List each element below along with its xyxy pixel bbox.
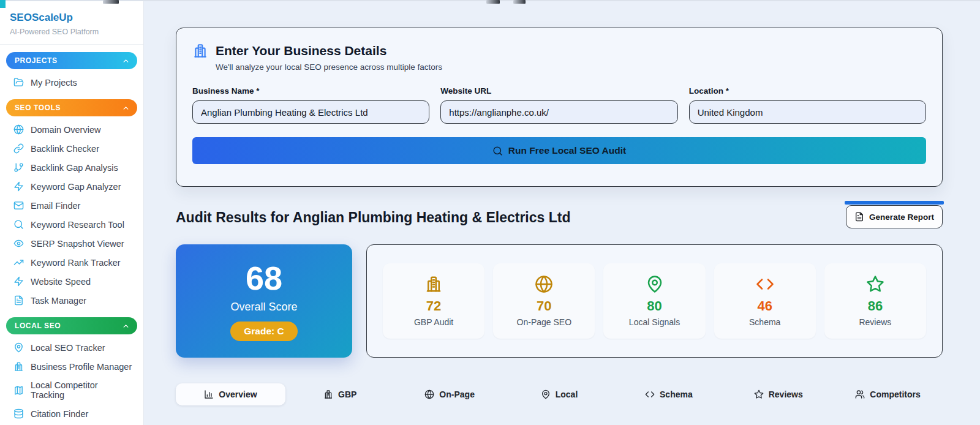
sidebar-item-label: Task Manager — [31, 296, 86, 306]
sidebar-item-local-seo-tracker[interactable]: Local SEO Tracker — [0, 338, 143, 357]
form-fields-row: Business Name * Website URL Location * — [192, 86, 926, 124]
sidebar-item-label: Keyword Gap Analyzer — [31, 182, 121, 192]
sidebar-item-domain-overview[interactable]: Domain Overview — [0, 120, 143, 139]
metric-label: GBP Audit — [414, 317, 453, 327]
section-label: SEO TOOLS — [15, 103, 61, 112]
tab-schema[interactable]: Schema — [614, 383, 723, 405]
top-edge-artifact — [103, 0, 119, 4]
chevron-up-icon — [122, 57, 130, 65]
results-header-row: Audit Results for Anglian Plumbing Heati… — [176, 205, 943, 228]
metric-label: Schema — [749, 317, 780, 327]
eye-icon — [13, 238, 24, 249]
sidebar-item-label: Keyword Research Tool — [31, 220, 124, 230]
map-pin-icon — [541, 389, 551, 399]
tab-gbp[interactable]: GBP — [285, 383, 395, 405]
sidebar-item-keyword-rank-tracker[interactable]: Keyword Rank Tracker — [0, 253, 143, 272]
sidebar-item-label: Backlink Checker — [31, 144, 99, 154]
brand-block: SEOScaleUp AI-Powered SEO Platform — [0, 0, 143, 45]
business-name-input[interactable] — [192, 100, 429, 124]
bar-chart-icon — [204, 389, 214, 399]
metric-label: Local Signals — [629, 317, 680, 327]
main-content: Enter Your Business Details We'll analyz… — [176, 0, 943, 405]
metric-gbp-audit: 72 GBP Audit — [383, 263, 484, 339]
corner-artifact — [0, 0, 6, 8]
building-icon — [323, 389, 333, 399]
website-url-input[interactable] — [440, 100, 677, 124]
search-icon — [492, 146, 503, 156]
tab-on-page[interactable]: On-Page — [395, 383, 505, 405]
building-icon — [424, 275, 443, 293]
location-label: Location * — [689, 86, 926, 96]
map-pin-icon — [646, 275, 664, 293]
location-input[interactable] — [689, 100, 926, 124]
sidebar-section-local-seo[interactable]: LOCAL SEO — [6, 317, 137, 334]
report-accent-bar — [845, 201, 944, 205]
building-icon — [13, 361, 24, 372]
globe-icon — [535, 275, 553, 293]
sidebar-item-label: SERP Snapshot Viewer — [31, 239, 124, 249]
sidebar: SEOScaleUp AI-Powered SEO Platform PROJE… — [0, 0, 144, 425]
sidebar-item-website-speed[interactable]: Website Speed — [0, 272, 143, 291]
generate-report-button[interactable]: Generate Report — [846, 205, 943, 228]
database-icon — [13, 408, 24, 419]
generate-report-wrap: Generate Report — [846, 205, 943, 228]
main-area: Enter Your Business Details We'll analyz… — [144, 0, 980, 425]
map-pin-icon — [13, 342, 24, 353]
overall-score-card: 68 Overall Score Grade: C — [176, 244, 352, 358]
sidebar-item-citation-finder[interactable]: Citation Finder — [0, 404, 143, 423]
code-icon — [756, 275, 774, 293]
results-tab-bar: Overview GBP On-Page Local Schema Review… — [176, 383, 943, 405]
tab-reviews[interactable]: Reviews — [723, 383, 833, 405]
sidebar-section-seo-tools[interactable]: SEO TOOLS — [6, 99, 137, 116]
sidebar-item-keyword-gap-analyzer[interactable]: Keyword Gap Analyzer — [0, 177, 143, 196]
app-subtitle: AI-Powered SEO Platform — [10, 28, 134, 36]
results-title: Audit Results for Anglian Plumbing Heati… — [176, 209, 570, 228]
grade-badge: Grade: C — [230, 322, 297, 341]
sidebar-item-local-competitor-tracking[interactable]: Local Competitor Tracking — [0, 376, 143, 404]
zap-icon — [13, 181, 24, 192]
sidebar-item-backlink-checker[interactable]: Backlink Checker — [0, 139, 143, 158]
sidebar-item-label: Backlink Gap Analysis — [31, 163, 118, 173]
metric-value: 86 — [868, 298, 883, 314]
metric-value: 46 — [757, 298, 772, 314]
tab-overview[interactable]: Overview — [176, 383, 285, 405]
overall-score-label: Overall Score — [230, 301, 297, 314]
sidebar-item-email-finder[interactable]: Email Finder — [0, 196, 143, 215]
globe-icon — [424, 389, 434, 399]
map-icon — [13, 385, 24, 396]
metric-reviews: 86 Reviews — [824, 263, 926, 339]
chevron-up-icon — [122, 322, 130, 330]
tab-competitors[interactable]: Competitors — [833, 383, 943, 405]
sidebar-item-serp-snapshot-viewer[interactable]: SERP Snapshot Viewer — [0, 234, 143, 253]
sidebar-item-label: Local SEO Tracker — [31, 343, 105, 353]
sidebar-item-my-projects[interactable]: My Projects — [0, 73, 143, 92]
sidebar-item-label: Citation Finder — [31, 409, 88, 419]
sidebar-item-label: Keyword Rank Tracker — [31, 258, 121, 268]
tab-label: Competitors — [870, 389, 920, 399]
tab-local[interactable]: Local — [505, 383, 614, 405]
chevron-up-icon — [122, 104, 130, 112]
sidebar-item-label: Email Finder — [31, 201, 80, 211]
users-icon — [855, 389, 865, 399]
sidebar-item-keyword-research-tool[interactable]: Keyword Research Tool — [0, 215, 143, 234]
tab-label: On-Page — [439, 389, 475, 399]
sidebar-item-backlink-gap-analysis[interactable]: Backlink Gap Analysis — [0, 158, 143, 177]
link-icon — [13, 143, 24, 154]
sidebar-item-task-manager[interactable]: Task Manager — [0, 291, 143, 310]
run-audit-button[interactable]: Run Free Local SEO Audit — [192, 137, 926, 164]
metric-value: 70 — [537, 298, 551, 314]
section-label: LOCAL SEO — [15, 322, 61, 330]
star-icon — [754, 389, 764, 399]
metric-value: 80 — [647, 298, 662, 314]
generate-report-label: Generate Report — [869, 212, 934, 222]
metric-label: Reviews — [859, 317, 891, 327]
sidebar-section-projects[interactable]: PROJECTS — [6, 52, 137, 69]
sidebar-item-business-profile-manager[interactable]: Business Profile Manager — [0, 357, 143, 376]
business-name-field-group: Business Name * — [192, 86, 429, 124]
git-branch-icon — [13, 162, 24, 173]
metric-value: 72 — [426, 298, 441, 314]
metrics-panel: 72 GBP Audit 70 On-Page SEO 80 Local Sig… — [366, 244, 943, 358]
run-audit-label: Run Free Local SEO Audit — [508, 145, 626, 156]
sidebar-item-label: Business Profile Manager — [31, 362, 132, 372]
card-header: Enter Your Business Details — [192, 43, 926, 59]
